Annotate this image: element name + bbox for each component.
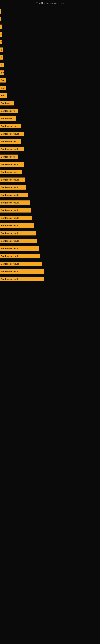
bar-row: Bott [0,76,100,84]
bar-label-2: F [1,18,1,20]
bar-label-18: Bottleneck resu [1,140,17,143]
bar-label-21: Bottleneck result [1,163,19,166]
bar-5: F [0,40,2,44]
bar-14: Bottleneck re [0,109,18,113]
bar-35: Bottleneck result [0,269,44,274]
bar-row: Bottleneck result [0,130,100,138]
bar-row: B [0,54,100,61]
bar-row: Bottleneck result [0,206,100,214]
bar-label-25: Bottleneck result [1,194,19,196]
bar-label-5: F [1,41,2,43]
bar-row: Bottleneck result [0,230,100,237]
bar-row: F [0,23,100,30]
bar-label-26: Bottleneck result [1,202,19,204]
bar-label-22: Bottleneck resu [1,171,17,173]
bar-row: Bottleneck re [0,153,100,160]
bar-row: Bottleneck result [0,214,100,222]
bar-label-17: Bottleneck result [1,132,19,135]
bar-row: Bottleneck result [0,184,100,191]
bar-row: Bottleneck result [0,145,100,153]
bar-21: Bottleneck result [0,162,24,167]
bar-row: F [0,15,100,23]
bar-row: Bottleneck result [0,275,100,283]
bar-row: B [0,61,100,69]
bar-label-3: F [1,26,1,28]
bar-3: F [0,24,1,29]
bar-label-34: Bottleneck result [1,263,19,265]
bar-label-6: S [1,48,2,51]
bar-label-35: Bottleneck result [1,270,19,273]
bar-row: Bottleneck result [0,252,100,260]
bar-row: Bottleneck result [0,199,100,206]
bar-row: Bot [0,84,100,92]
bar-label-19: Bottleneck result [1,148,19,150]
bar-row: Bottleneck result [0,237,100,245]
bar-26: Bottleneck result [0,200,30,205]
site-title: TheBottlenecker.com [0,0,100,6]
bar-row: Bottleneck result [0,222,100,230]
bar-24: Bottleneck result [0,185,26,190]
bar-4: B [0,32,2,37]
bar-19: Bottleneck result [0,147,24,151]
bar-13: Bottlenec [0,101,14,106]
bar-label-7: B [1,56,2,58]
bar-10: Bott [0,78,6,82]
bar-label-4: B [1,33,2,36]
bar-32: Bottleneck result [0,246,39,251]
bar-label-23: Bottleneck result [1,178,19,181]
bar-label-30: Bottleneck result [1,232,19,234]
bar-20: Bottleneck re [0,154,18,159]
bar-label-11: Bot [1,87,4,89]
bar-row: Bottlenec [0,100,100,107]
bar-row: Bo [0,69,100,76]
bar-30: Bottleneck result [0,231,36,236]
bars-container: FFBFSBBBoBottBotBottBottlenecBottleneck … [0,6,100,283]
bar-label-9: Bo [1,72,4,74]
bar-27: Bottleneck result [0,208,31,212]
bar-row: Bottleneck result [0,245,100,252]
bar-label-16: Bottleneck resu [1,125,17,128]
bar-row: Bottleneck resu [0,168,100,176]
bar-label-36: Bottleneck result [1,278,19,280]
bar-row: B [0,30,100,38]
bar-33: Bottleneck result [0,254,40,258]
bar-17: Bottleneck result [0,132,24,136]
bar-label-29: Bottleneck result [1,224,19,227]
bar-label-20: Bottleneck re [1,156,15,158]
bar-row: Bottleneck result [0,176,100,184]
bar-29: Bottleneck result [0,224,34,228]
bar-row: Bottleneck result [0,268,100,275]
bar-row: Bottleneck resu [0,138,100,145]
bar-row: Bottleneck result [0,160,100,168]
bar-row [0,8,100,15]
bar-label-28: Bottleneck result [1,217,19,219]
bar-label-31: Bottleneck result [1,240,19,242]
bar-1 [0,9,1,14]
bar-23: Bottleneck result [0,178,25,182]
bar-11: Bot [0,86,6,90]
bar-label-8: B [1,64,2,66]
bar-9: Bo [0,70,4,75]
bar-label-27: Bottleneck result [1,209,19,212]
bar-15: Bottleneck [0,116,16,121]
bar-7: B [0,55,3,60]
bar-label-14: Bottleneck re [1,110,15,112]
bar-12: Bott [0,94,7,98]
bar-22: Bottleneck resu [0,170,22,174]
bar-label-24: Bottleneck result [1,186,19,188]
bar-6: S [0,48,3,52]
bar-34: Bottleneck result [0,262,42,266]
bar-label-12: Bott [1,94,5,97]
bar-16: Bottleneck resu [0,124,21,128]
bar-row: Bottleneck resu [0,122,100,130]
bar-8: B [0,63,3,67]
bar-label-32: Bottleneck result [1,247,19,250]
bar-18: Bottleneck resu [0,139,21,144]
bar-label-13: Bottlenec [1,102,11,104]
bar-row: Bottleneck re [0,107,100,115]
bar-2: F [0,17,1,21]
bar-row: S [0,46,100,54]
bar-row: Bottleneck result [0,260,100,268]
bar-31: Bottleneck result [0,239,37,243]
bar-row: Bott [0,92,100,100]
